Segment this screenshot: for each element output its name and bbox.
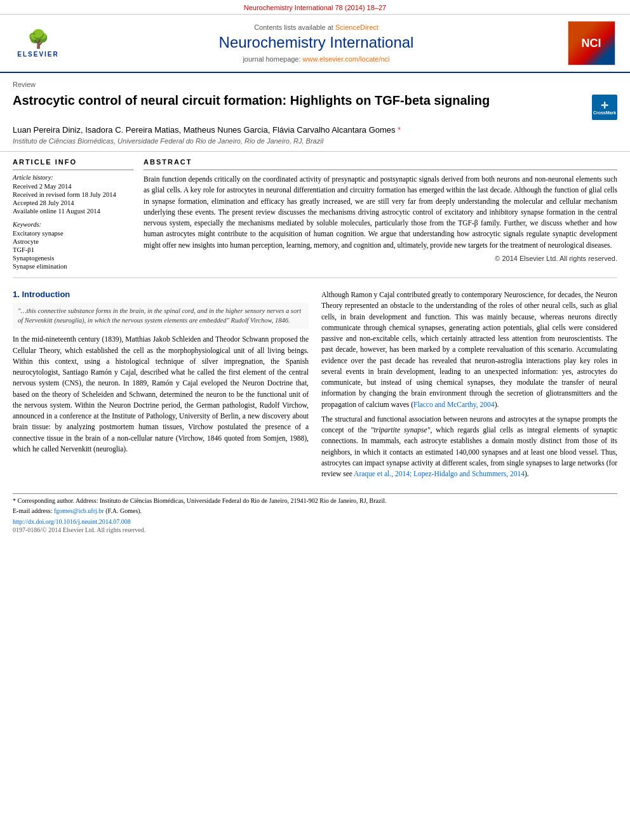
doi-line[interactable]: http://dx.doi.org/10.1016/j.neuint.2014.… [13, 518, 617, 525]
email-suffix: (F.A. Gomes). [105, 507, 142, 514]
contents-text: Contents lists available at [254, 23, 333, 31]
email-link[interactable]: fgomes@icb.ufrj.br [54, 507, 104, 514]
history-label: Article history: [13, 174, 133, 181]
email-line: E-mail address: fgomes@icb.ufrj.br (F.A.… [13, 507, 617, 516]
available-date: Available online 11 August 2014 [13, 208, 133, 215]
footnote-section: * Corresponding author. Address: Institu… [13, 493, 617, 533]
elsevier-logo-block: 🌳 ELSEVIER [6, 21, 70, 65]
header-center: Contents lists available at ScienceDirec… [70, 21, 563, 65]
journal-citation: Neurochemistry International 78 (2014) 1… [244, 4, 386, 11]
keywords-label: Keywords: [13, 221, 133, 228]
right-para1-text: Although Ramon y Cajal contributed great… [321, 291, 617, 408]
abstract-text: Brain function depends critically on the… [144, 174, 617, 251]
intro-section: 1. Introduction "…this connective substa… [0, 284, 630, 490]
issn-line: 0197-0186/© 2014 Elsevier Ltd. All right… [13, 526, 617, 533]
crossmark-badge: ✛ CrossMark [592, 95, 617, 120]
abstract-col: ABSTRACT Brain function depends critical… [144, 158, 617, 271]
page-wrapper: Neurochemistry International 78 (2014) 1… [0, 0, 630, 840]
elsevier-logo: 🌳 ELSEVIER [13, 26, 64, 61]
intro-heading: 1. Introduction [13, 290, 309, 299]
review-close: ). [525, 470, 529, 477]
article-title-row: Astrocytic control of neural circuit for… [13, 92, 617, 120]
accepted-date: Accepted 28 July 2014 [13, 199, 133, 206]
article-info-col: ARTICLE INFO Article history: Received 2… [13, 158, 133, 271]
intro-right-paragraph-2: The structural and functional associatio… [321, 414, 617, 480]
corresponding-note: * Corresponding author. Address: Institu… [13, 497, 617, 505]
right-para1-close: ). [495, 401, 499, 408]
tripartite-term: "tripartite synapse" [371, 426, 431, 434]
araque-link[interactable]: Araque et al., 2014; Lopez-Hidalgo and S… [354, 470, 525, 477]
intro-right-col: Although Ramon y Cajal contributed great… [321, 290, 617, 483]
keywords-section: Keywords: Excitatory synapse Astrocyte T… [13, 221, 133, 270]
email-label: E-mail address: [13, 507, 52, 514]
nci-logo: NCI [568, 21, 615, 65]
keyword-1: Excitatory synapse [13, 230, 133, 237]
science-direct-link[interactable]: ScienceDirect [335, 23, 379, 31]
journal-title: Neurochemistry International [83, 34, 550, 51]
section-divider [13, 277, 617, 278]
copyright-line: © 2014 Elsevier Ltd. All rights reserved… [144, 255, 617, 262]
keyword-3: TGF-β1 [13, 246, 133, 253]
intro-paragraph-1: In the mid-nineteenth century (1839), Ma… [13, 334, 309, 455]
abstract-header: ABSTRACT [144, 158, 617, 166]
contents-line: Contents lists available at ScienceDirec… [83, 23, 550, 31]
keyword-5: Synapse elimination [13, 263, 133, 270]
crossmark-cross: ✛ [593, 100, 616, 110]
keyword-2: Astrocyte [13, 238, 133, 245]
intro-quote: "…this connective substance forms in the… [13, 303, 309, 329]
homepage-text-prefix: journal homepage: [243, 55, 302, 63]
corresponding-symbol: * [398, 126, 401, 135]
review-label: Review [13, 81, 617, 88]
flacco-link[interactable]: Flacco and McCarthy, 2004 [413, 401, 495, 408]
elsevier-wordmark: ELSEVIER [17, 51, 58, 58]
affiliation-line: Instituto de Ciências Biomédicas, Univer… [13, 137, 617, 145]
elsevier-tree-icon: 🌳 [27, 29, 50, 50]
article-section: Review Astrocytic control of neural circ… [0, 73, 630, 152]
article-info-block: Article history: Received 2 May 2014 Rec… [13, 170, 133, 270]
header-section: 🌳 ELSEVIER Contents lists available at S… [0, 15, 630, 73]
homepage-line: journal homepage: www.elsevier.com/locat… [83, 55, 550, 63]
journal-bar: Neurochemistry International 78 (2014) 1… [0, 0, 630, 15]
authors-line: Luan Pereira Diniz, Isadora C. Pereira M… [13, 125, 617, 135]
received-revised-date: Received in revised form 18 July 2014 [13, 191, 133, 198]
received-date: Received 2 May 2014 [13, 183, 133, 190]
info-abstract-columns: ARTICLE INFO Article history: Received 2… [0, 152, 630, 271]
abstract-block: Brain function depends critically on the… [144, 170, 617, 262]
authors-text: Luan Pereira Diniz, Isadora C. Pereira M… [13, 125, 396, 135]
nci-logo-block: NCI [563, 21, 620, 65]
homepage-link[interactable]: www.elsevier.com/locate/nci [303, 55, 390, 63]
crossmark-label: CrossMark [593, 110, 616, 115]
nci-text: NCI [582, 37, 601, 50]
article-info-header: ARTICLE INFO [13, 158, 133, 166]
keyword-4: Synaptogenesis [13, 255, 133, 262]
article-title: Astrocytic control of neural circuit for… [13, 92, 586, 109]
intro-right-paragraph-1: Although Ramon y Cajal contributed great… [321, 290, 617, 410]
intro-left-col: 1. Introduction "…this connective substa… [13, 290, 309, 483]
